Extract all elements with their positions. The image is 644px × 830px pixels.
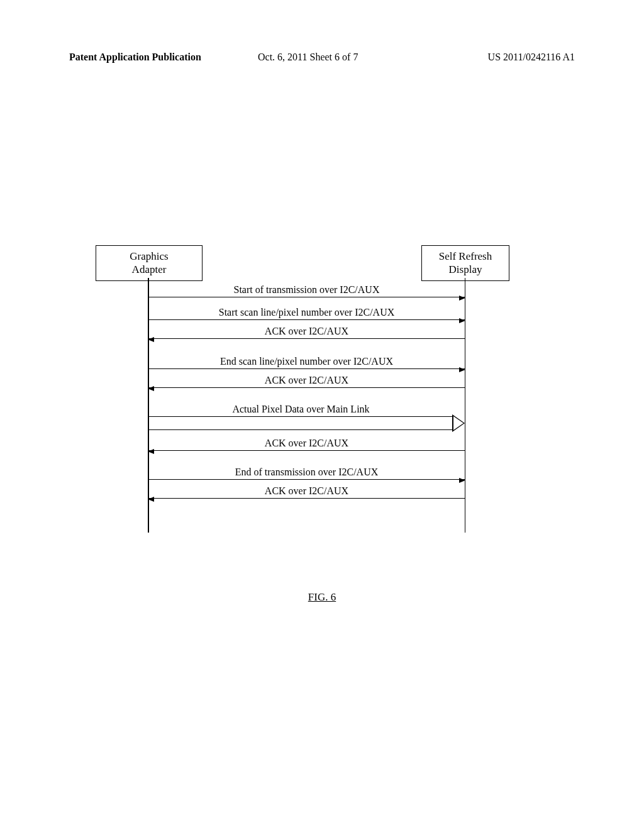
- header-publication: Patent Application Publication: [69, 52, 201, 63]
- msg-start-scan-line: Start scan line/pixel number over I2C/AU…: [148, 307, 465, 320]
- msg-label: ACK over I2C/AUX: [148, 485, 465, 499]
- msg-label: End of transmission over I2C/AUX: [148, 467, 465, 480]
- msg-end-scan-line: End scan line/pixel number over I2C/AUX: [148, 356, 465, 369]
- msg-end-transmission: End of transmission over I2C/AUX: [148, 467, 465, 480]
- arrow-left-icon: [148, 497, 154, 502]
- msg-ack2: ACK over I2C/AUX: [148, 375, 465, 388]
- msg-label: ACK over I2C/AUX: [148, 438, 465, 451]
- arrow-right-icon: [459, 296, 465, 301]
- arrow-right-icon: [459, 478, 465, 483]
- arrow-left-icon: [148, 337, 154, 342]
- header-date-sheet: Oct. 6, 2011 Sheet 6 of 7: [258, 52, 358, 63]
- figure-caption: FIG. 6: [0, 591, 644, 604]
- arrow-left-icon: [148, 449, 154, 454]
- msg-label: End scan line/pixel number over I2C/AUX: [148, 356, 465, 369]
- msg-ack4: ACK over I2C/AUX: [148, 485, 465, 499]
- msg-label: ACK over I2C/AUX: [148, 375, 465, 388]
- arrow-left-icon: [148, 386, 154, 391]
- msg-ack3: ACK over I2C/AUX: [148, 438, 465, 451]
- msg-pixel-data-main-link: Actual Pixel Data over Main Link: [148, 416, 465, 430]
- open-arrow-head-icon: [452, 414, 465, 432]
- arrow-right-icon: [459, 367, 465, 372]
- msg-label: Actual Pixel Data over Main Link: [148, 404, 453, 415]
- header-patent-no: US 2011/0242116 A1: [488, 52, 575, 63]
- msg-label: ACK over I2C/AUX: [148, 326, 465, 339]
- self-refresh-display-box: Self Refresh Display: [421, 245, 509, 281]
- arrow-right-icon: [459, 318, 465, 323]
- graphics-adapter-box: Graphics Adapter: [96, 245, 203, 281]
- page-header: Patent Application Publication Oct. 6, 2…: [0, 52, 644, 63]
- open-arrow-body: [148, 416, 453, 430]
- msg-label: Start scan line/pixel number over I2C/AU…: [148, 307, 465, 320]
- msg-start-transmission: Start of transmission over I2C/AUX: [148, 284, 465, 297]
- msg-label: Start of transmission over I2C/AUX: [148, 284, 465, 297]
- msg-ack1: ACK over I2C/AUX: [148, 326, 465, 339]
